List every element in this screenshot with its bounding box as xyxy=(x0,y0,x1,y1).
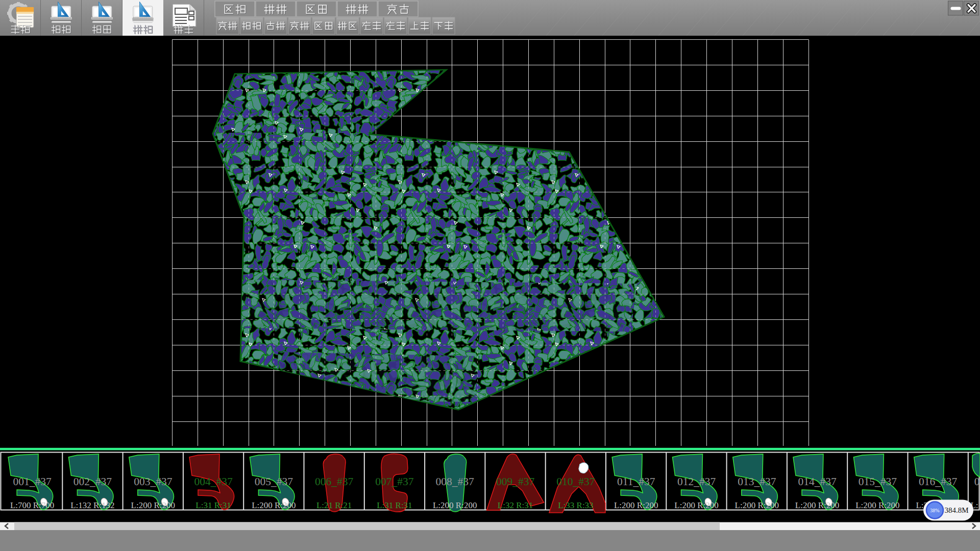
svg-text:005_#37: 005_#37 xyxy=(255,475,293,488)
svg-text:L:32 R:31: L:32 R:31 xyxy=(498,500,533,510)
svg-text:L:200 R:200: L:200 R:200 xyxy=(735,500,779,510)
svg-text:004_#37: 004_#37 xyxy=(194,475,233,488)
svg-text:L:200 R:200: L:200 R:200 xyxy=(674,500,718,510)
svg-text:012_#37: 012_#37 xyxy=(677,475,716,488)
svg-text:384.8M: 384.8M xyxy=(944,506,968,514)
svg-text:007_#37: 007_#37 xyxy=(375,475,414,488)
svg-text:008_#37: 008_#37 xyxy=(436,475,475,488)
svg-text:L:200 R:200: L:200 R:200 xyxy=(855,500,899,510)
svg-text:L:200 R:200: L:200 R:200 xyxy=(252,500,296,510)
svg-text:L:700 R:700: L:700 R:700 xyxy=(10,500,54,510)
svg-text:013_#37: 013_#37 xyxy=(738,475,776,488)
svg-text:L:200 R:200: L:200 R:200 xyxy=(795,500,839,510)
svg-text:L:132 R:132: L:132 R:132 xyxy=(70,500,114,510)
svg-text:0: 0 xyxy=(974,475,980,488)
svg-text:001_#37: 001_#37 xyxy=(13,475,52,488)
svg-text:009_#37: 009_#37 xyxy=(496,475,535,488)
svg-text:L:200 R:200: L:200 R:200 xyxy=(614,500,658,510)
svg-text:L:200 R:200: L:200 R:200 xyxy=(433,500,477,510)
svg-text:014_#37: 014_#37 xyxy=(798,475,837,488)
svg-text:L:31 R:31: L:31 R:31 xyxy=(195,500,231,510)
svg-text:L:33 R:33: L:33 R:33 xyxy=(558,500,593,510)
svg-text:010_#37: 010_#37 xyxy=(556,475,595,488)
svg-text:L:200 R:200: L:200 R:200 xyxy=(131,500,175,510)
svg-text:003_#37: 003_#37 xyxy=(134,475,173,488)
svg-text:006_#37: 006_#37 xyxy=(315,475,354,488)
svg-text:L:31 R:31: L:31 R:31 xyxy=(377,500,412,510)
svg-text:L:21 R:21: L:21 R:21 xyxy=(316,500,352,510)
svg-text:011_#37: 011_#37 xyxy=(617,475,655,488)
svg-text:38%: 38% xyxy=(930,508,939,513)
svg-text:015_#37: 015_#37 xyxy=(859,475,897,488)
svg-text:016_#37: 016_#37 xyxy=(919,475,958,488)
svg-text:002_#37: 002_#37 xyxy=(74,475,112,488)
